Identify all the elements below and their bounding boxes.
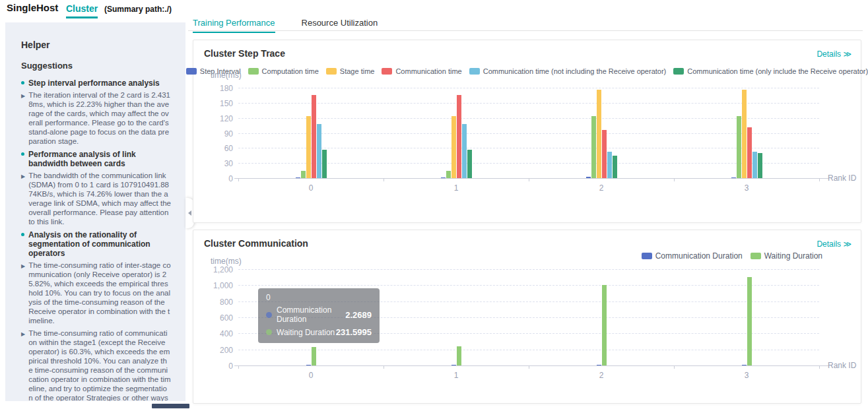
bullet-icon: [21, 152, 24, 156]
bar-communication-duration-rank-3[interactable]: [742, 365, 747, 365]
cluster-step-trace-card: Cluster Step Trace Details ≫ Step Interv…: [193, 40, 861, 223]
legend-item-communication-time[interactable]: Communication time: [382, 67, 461, 75]
bullet-icon: [21, 233, 24, 236]
bar-stage-time-rank-3[interactable]: [742, 90, 747, 178]
x-axis-tick: [238, 179, 239, 181]
bar-communication-time-not-including-the-receive-operator-rank-1[interactable]: [462, 124, 467, 178]
bar-communication-time-only-include-the-receive-operator-rank-0[interactable]: [322, 150, 327, 178]
x-axis-category-label: 3: [674, 183, 819, 193]
bar-computation-time-rank-0[interactable]: [301, 171, 306, 178]
y-axis-tick-label: 400: [195, 329, 233, 338]
bar-communication-duration-rank-2[interactable]: [597, 365, 601, 365]
bar-waiting-duration-rank-3[interactable]: [747, 277, 752, 365]
legend-item-computation-time[interactable]: Computation time: [248, 67, 319, 75]
bar-communication-duration-rank-0[interactable]: [306, 365, 311, 365]
bar-computation-time-rank-3[interactable]: [737, 116, 741, 178]
legend-item-communication-time-not-including-the-receive-operator[interactable]: Communication time (not including the Re…: [469, 67, 667, 75]
legend-item-stage-time[interactable]: Stage time: [326, 67, 375, 75]
bar-group-rank-0: [306, 347, 316, 365]
bar-waiting-duration-rank-2[interactable]: [602, 285, 607, 365]
y-axis-tick-label: 1,000: [195, 281, 233, 290]
cluster-communication-card: Cluster Communication Details ≫ Communic…: [193, 230, 861, 404]
x-axis-tick: [674, 179, 675, 181]
suggestions-title: Suggestions: [21, 61, 171, 71]
chart-tooltip: 0 Communication Duration2.2689Waiting Du…: [258, 288, 380, 343]
suggestion-title-text: Performance analysis of link bandwidth b…: [28, 150, 171, 168]
bar-step-interval-rank-2[interactable]: [586, 177, 591, 178]
bar-communication-time-not-including-the-receive-operator-rank-0[interactable]: [317, 124, 321, 178]
bar-step-interval-rank-1[interactable]: [441, 177, 446, 179]
x-axis-category-label: 0: [238, 183, 384, 193]
bar-communication-time-only-include-the-receive-operator-rank-2[interactable]: [613, 156, 617, 178]
legend-item-communication-time-only-include-the-receive-operator[interactable]: Communication time (only include the Rec…: [673, 67, 868, 75]
tooltip-row: Waiting Duration231.5995: [266, 327, 372, 337]
bar-stage-time-rank-2[interactable]: [597, 90, 601, 178]
step-trace-details-link[interactable]: Details ≫: [817, 49, 851, 59]
bar-communication-time-only-include-the-receive-operator-rank-1[interactable]: [467, 150, 472, 178]
x-axis-tick: [384, 366, 384, 369]
gridline: [238, 88, 819, 88]
bar-communication-time-rank-2[interactable]: [602, 130, 607, 178]
bar-group-rank-1: [451, 346, 461, 365]
y-axis-tick-label: 600: [195, 313, 233, 323]
step-trace-legend: Step IntervalComputation timeStage timeC…: [193, 67, 861, 75]
bar-waiting-duration-rank-0[interactable]: [312, 347, 316, 365]
bar-step-interval-rank-3[interactable]: [731, 177, 736, 179]
caret-right-icon: ▶: [21, 262, 25, 325]
x-axis-tick: [674, 366, 675, 369]
series-dot-icon: [266, 312, 272, 318]
legend-label: Communication time: [395, 67, 461, 75]
bar-communication-time-rank-3[interactable]: [747, 127, 752, 178]
bar-communication-duration-rank-1[interactable]: [451, 365, 456, 365]
suggestion-detail: ▶The time-consuming ratio of inter-stage…: [21, 261, 171, 325]
legend-swatch-icon: [642, 253, 652, 259]
bar-computation-time-rank-1[interactable]: [446, 171, 451, 178]
legend-item-communication-duration[interactable]: Communication Duration: [642, 251, 743, 261]
bar-communication-time-only-include-the-receive-operator-rank-3[interactable]: [758, 153, 762, 178]
x-axis-category-label: 2: [529, 371, 674, 380]
legend-label: Computation time: [262, 67, 319, 75]
gridline: [238, 285, 819, 286]
bar-communication-time-rank-0[interactable]: [312, 95, 316, 178]
suggestion-detail-text: The time-consuming ratio of communicatio…: [28, 329, 171, 401]
tooltip-series-value: 231.5995: [336, 327, 372, 337]
caret-right-icon: ▶: [21, 92, 25, 146]
x-axis-tick: [819, 366, 820, 369]
x-axis-tick: [529, 366, 529, 369]
bar-communication-time-not-including-the-receive-operator-rank-3[interactable]: [752, 152, 757, 178]
x-axis-tick: [819, 179, 820, 181]
y-axis-tick-label: 200: [195, 346, 233, 355]
gridline: [238, 269, 819, 270]
y-axis-tick-label: 90: [195, 129, 233, 139]
legend-swatch-icon: [382, 68, 392, 75]
helper-title: Helper: [21, 40, 171, 50]
y-axis-tick-label: 120: [195, 114, 233, 123]
bar-group-rank-2: [586, 90, 617, 178]
double-chevron-right-icon: ≫: [843, 49, 851, 59]
helper-sidebar: Helper Suggestions Step interval perform…: [5, 22, 185, 401]
suggestion-detail: ▶The time-consuming ratio of communicati…: [21, 329, 171, 401]
bar-stage-time-rank-0[interactable]: [306, 116, 311, 178]
tooltip-header: 0: [266, 293, 372, 302]
tooltip-row: Communication Duration2.2689: [266, 305, 372, 324]
bar-computation-time-rank-2[interactable]: [591, 116, 596, 178]
legend-swatch-icon: [248, 68, 259, 75]
suggestion-detail-text: The time-consuming ratio of inter-stage …: [28, 261, 171, 325]
horizontal-scrollbar-thumb[interactable]: [152, 404, 189, 408]
y-axis-tick-label: 150: [195, 99, 233, 108]
bar-step-interval-rank-0[interactable]: [296, 177, 300, 179]
suggestion-detail: ▶The bandwidth of the communication link…: [21, 171, 171, 226]
suggestion-title-text: Step interval performance analysis: [28, 79, 160, 88]
bar-waiting-duration-rank-1[interactable]: [457, 346, 461, 365]
legend-item-waiting-duration[interactable]: Waiting Duration: [751, 251, 822, 261]
nav-cluster[interactable]: Cluster: [66, 3, 98, 18]
caret-right-icon: ▶: [21, 330, 25, 401]
page-title: SingleHost: [7, 2, 58, 13]
suggestion-detail-text: The iteration interval of the 2 card is …: [28, 90, 171, 146]
bar-stage-time-rank-1[interactable]: [451, 116, 456, 178]
caret-right-icon: ▶: [21, 172, 25, 226]
communication-details-link[interactable]: Details ≫: [817, 239, 851, 249]
bar-communication-time-not-including-the-receive-operator-rank-2[interactable]: [607, 152, 612, 178]
bar-communication-time-rank-1[interactable]: [457, 95, 461, 178]
legend-swatch-icon: [186, 68, 197, 75]
